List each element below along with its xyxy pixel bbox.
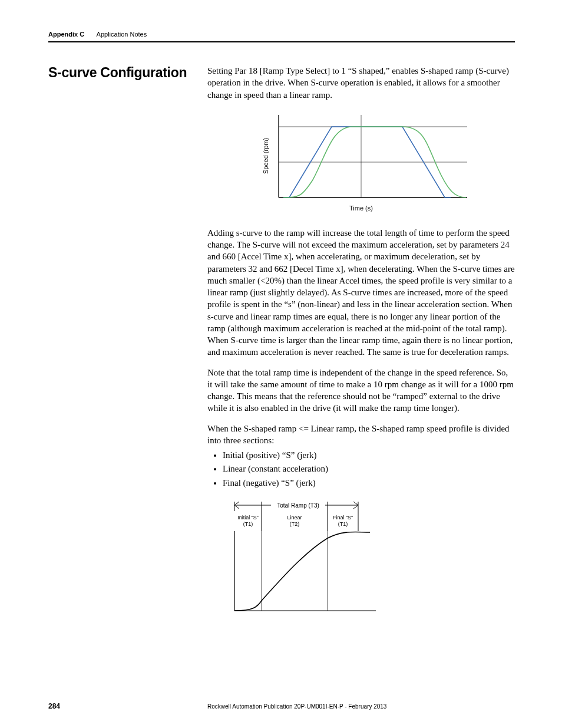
page-footer: 284 Rockwell Automation Publication 20P-… — [48, 702, 515, 710]
running-header: Appendix C Application Notes — [48, 31, 515, 42]
paragraph: When the S-shaped ramp <= Linear ramp, t… — [207, 423, 515, 447]
chart1-ylabel: Speed (rpm) — [262, 138, 269, 174]
paragraph: Note that the total ramp time is indepen… — [207, 367, 515, 414]
list-item: Linear (constant acceleration) — [223, 462, 515, 476]
chart1-xlabel: Time (s) — [349, 205, 373, 212]
chapter-label: Application Notes — [97, 31, 147, 38]
chart2-seg2-sub: (T2) — [290, 521, 300, 527]
speed-time-chart: Speed (rpm) Time (s) — [243, 109, 479, 215]
chart2-seg3-sub: (T1) — [338, 521, 348, 527]
chart2-seg1-label: Initial “S” — [237, 515, 259, 521]
paragraph: Setting Par 18 [Ramp Type Select] to 1 “… — [207, 65, 515, 101]
list-item: Initial (positive) “S” (jerk) — [223, 449, 515, 462]
page-number: 284 — [48, 702, 207, 710]
appendix-label: Appendix C — [48, 31, 84, 38]
chart2-seg3-label: Final “S” — [333, 515, 353, 521]
paragraph: Adding s-curve to the ramp will increase… — [207, 227, 515, 358]
publication-info: Rockwell Automation Publication 20P-UM00… — [207, 703, 515, 710]
bullet-list: Initial (positive) “S” (jerk) Linear (co… — [223, 449, 515, 490]
chart2-seg1-sub: (T1) — [243, 521, 253, 527]
scurve-sections-chart: Total Ramp (T3) Initial “S” (T1) Linear … — [229, 496, 388, 614]
chart2-total-label: Total Ramp (T3) — [277, 502, 319, 509]
list-item: Final (negative) “S” (jerk) — [223, 476, 515, 490]
chart2-seg2-label: Linear — [287, 515, 302, 521]
section-title: S-curve Configuration — [48, 65, 207, 81]
